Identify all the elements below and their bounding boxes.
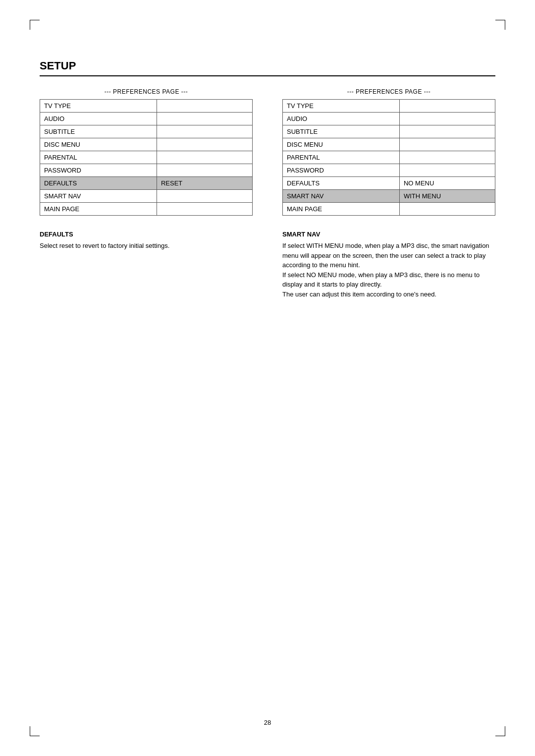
menu-value bbox=[157, 190, 252, 203]
description-section: DEFAULTS Select reset to revert to facto… bbox=[40, 231, 495, 299]
menu-label: DISC MENU bbox=[40, 138, 157, 151]
menu-label: AUDIO bbox=[283, 113, 400, 125]
menu-value: NO MENU bbox=[399, 177, 495, 190]
menu-value bbox=[157, 125, 252, 138]
table-row: MAIN PAGE bbox=[40, 203, 253, 216]
menu-value bbox=[399, 203, 495, 216]
menu-label: PARENTAL bbox=[40, 151, 157, 164]
right-menu-table: TV TYPEAUDIOSUBTITLEDISC MENUPARENTALPAS… bbox=[282, 99, 495, 216]
table-row: DISC MENU bbox=[40, 138, 253, 151]
table-row: PARENTAL bbox=[40, 151, 253, 164]
defaults-description: DEFAULTS Select reset to revert to facto… bbox=[40, 231, 253, 299]
menu-label: TV TYPE bbox=[40, 100, 157, 113]
right-panel: --- PREFERENCES PAGE --- TV TYPEAUDIOSUB… bbox=[282, 88, 495, 216]
menu-value bbox=[157, 100, 252, 113]
smart-nav-title: SMART NAV bbox=[282, 231, 495, 238]
menu-value: RESET bbox=[157, 177, 252, 190]
table-row: SMART NAV bbox=[40, 190, 253, 203]
left-panel: --- PREFERENCES PAGE --- TV TYPEAUDIOSUB… bbox=[40, 88, 253, 216]
menu-label: MAIN PAGE bbox=[40, 203, 157, 216]
menu-value bbox=[157, 151, 252, 164]
menu-label: SMART NAV bbox=[283, 190, 400, 203]
smart-nav-text: If select WITH MENU mode, when play a MP… bbox=[282, 241, 495, 299]
table-row: MAIN PAGE bbox=[283, 203, 495, 216]
table-row: DEFAULTSRESET bbox=[40, 177, 253, 190]
left-panel-header: --- PREFERENCES PAGE --- bbox=[40, 88, 253, 95]
menu-value bbox=[157, 138, 252, 151]
left-menu-table: TV TYPEAUDIOSUBTITLEDISC MENUPARENTALPAS… bbox=[40, 99, 253, 216]
menu-label: PASSWORD bbox=[40, 164, 157, 177]
table-row: AUDIO bbox=[283, 113, 495, 125]
menu-value bbox=[157, 164, 252, 177]
table-row: SUBTITLE bbox=[40, 125, 253, 138]
menu-label: SMART NAV bbox=[40, 190, 157, 203]
menu-value bbox=[399, 100, 495, 113]
page-title: SETUP bbox=[40, 59, 495, 76]
menu-label: DEFAULTS bbox=[283, 177, 400, 190]
menu-value: WITH MENU bbox=[399, 190, 495, 203]
table-row: SMART NAVWITH MENU bbox=[283, 190, 495, 203]
table-row: PARENTAL bbox=[283, 151, 495, 164]
defaults-text: Select reset to revert to factory initia… bbox=[40, 241, 253, 251]
table-row: PASSWORD bbox=[40, 164, 253, 177]
menu-value bbox=[399, 138, 495, 151]
menu-value bbox=[157, 113, 252, 125]
table-row: SUBTITLE bbox=[283, 125, 495, 138]
menu-label: PASSWORD bbox=[283, 164, 400, 177]
menu-value bbox=[157, 203, 252, 216]
menu-value bbox=[399, 151, 495, 164]
menu-label: DISC MENU bbox=[283, 138, 400, 151]
table-row: PASSWORD bbox=[283, 164, 495, 177]
defaults-title: DEFAULTS bbox=[40, 231, 253, 238]
preferences-panels: --- PREFERENCES PAGE --- TV TYPEAUDIOSUB… bbox=[40, 88, 495, 216]
table-row: DEFAULTSNO MENU bbox=[283, 177, 495, 190]
menu-value bbox=[399, 125, 495, 138]
smart-nav-description: SMART NAV If select WITH MENU mode, when… bbox=[282, 231, 495, 299]
table-row: AUDIO bbox=[40, 113, 253, 125]
menu-label: SUBTITLE bbox=[283, 125, 400, 138]
menu-label: TV TYPE bbox=[283, 100, 400, 113]
table-row: TV TYPE bbox=[283, 100, 495, 113]
menu-label: PARENTAL bbox=[283, 151, 400, 164]
menu-label: DEFAULTS bbox=[40, 177, 157, 190]
table-row: DISC MENU bbox=[283, 138, 495, 151]
table-row: TV TYPE bbox=[40, 100, 253, 113]
menu-value bbox=[399, 164, 495, 177]
right-panel-header: --- PREFERENCES PAGE --- bbox=[282, 88, 495, 95]
menu-value bbox=[399, 113, 495, 125]
menu-label: AUDIO bbox=[40, 113, 157, 125]
menu-label: MAIN PAGE bbox=[283, 203, 400, 216]
page-number: 28 bbox=[264, 719, 271, 726]
menu-label: SUBTITLE bbox=[40, 125, 157, 138]
